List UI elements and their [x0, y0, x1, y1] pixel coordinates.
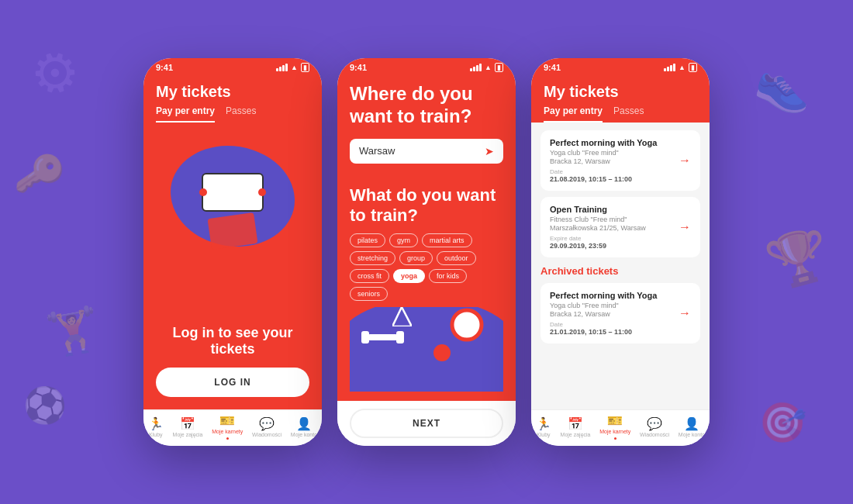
tag-martial-arts[interactable]: martial arts — [422, 233, 472, 247]
location-arrow-icon: ➤ — [485, 145, 494, 157]
tag-group[interactable]: group — [399, 251, 433, 265]
tab-pay-per-entry-1[interactable]: Pay per entry — [156, 105, 215, 123]
tag-seniors[interactable]: seniors — [350, 287, 388, 301]
nav-icon-wiadomosci-1: 💬 — [259, 418, 275, 430]
phone2-illustration — [350, 307, 503, 392]
tag-for-kids[interactable]: for kids — [429, 269, 467, 283]
ticket-shape — [202, 173, 264, 212]
phone1-tabs: Pay per entry Passes — [156, 105, 309, 123]
nav-kluby-1[interactable]: 🏃 Kluby — [148, 418, 164, 437]
nav-icon-karnety-1: 🎫 — [219, 415, 235, 427]
status-bar-3: 9:41 ▲ ▮ — [531, 58, 710, 75]
nav-karnety-1[interactable]: 🎫 Moje karnety — [212, 415, 243, 440]
nav-label-kluby-3: Kluby — [537, 432, 551, 437]
tag-yoga[interactable]: yoga — [393, 269, 425, 283]
login-prompt: Log in to see your tickets — [156, 325, 309, 358]
tag-cross-fit[interactable]: cross fit — [350, 269, 389, 283]
tag-stretching[interactable]: stretching — [350, 251, 395, 265]
nav-icon-karnety-3: 🎫 — [607, 415, 623, 427]
tab-passes-3[interactable]: Passes — [613, 105, 644, 123]
status-icons-3: ▲ ▮ — [664, 63, 697, 72]
nav-wiadomosci-3[interactable]: 💬 Wiadomości — [640, 418, 669, 437]
status-icons-1: ▲ ▮ — [276, 63, 309, 72]
archived-ticket-card-1[interactable]: Perfect morning with Yoga Yoga club "Fre… — [540, 283, 700, 343]
tag-outdoor[interactable]: outdoor — [437, 251, 476, 265]
phone-3: 9:41 ▲ ▮ My tickets Pay per entry Passes — [531, 58, 710, 446]
dotted-rect — [208, 212, 258, 250]
archived-ticket-info-1: Perfect morning with Yoga Yoga club "Fre… — [550, 291, 672, 336]
nav-icon-konto-1: 👤 — [296, 418, 312, 430]
location-input[interactable]: Warsaw ➤ — [350, 139, 503, 164]
nav-icon-zajecia-1: 📅 — [180, 418, 195, 430]
archived-ticket-date-1: 21.01.2019, 10:15 – 11:00 — [550, 328, 672, 336]
phone1-title: My tickets — [156, 83, 309, 101]
archived-ticket-venue-1: Yoga club "Free mind" — [550, 302, 672, 309]
ticket-address-1: Bracka 12, Warsaw — [550, 157, 672, 165]
nav-dot-karnety-3 — [614, 437, 616, 440]
phone1-login-section: Log in to see your tickets LOG IN — [156, 325, 309, 397]
wifi-icon-1: ▲ — [291, 64, 298, 71]
nav-karnety-3[interactable]: 🎫 Moje karnety — [599, 415, 630, 440]
phone3-body: Perfect morning with Yoga Yoga club "Fre… — [531, 123, 710, 409]
phone-2: 9:41 ▲ ▮ Where do you want to train? War… — [337, 58, 516, 446]
ring-icon — [450, 308, 484, 345]
tab-passes-1[interactable]: Passes — [226, 105, 256, 123]
tag-pilates[interactable]: pilates — [350, 233, 385, 247]
where-title: Where do you want to train? — [350, 83, 503, 128]
phone1-header: My tickets Pay per entry Passes — [143, 75, 322, 123]
tab-pay-per-entry-3[interactable]: Pay per entry — [544, 105, 603, 123]
ticket-expire-label: Expire date — [550, 235, 672, 242]
status-bar-1: 9:41 ▲ ▮ — [143, 58, 322, 75]
nav-label-konto-1: Moje konto — [291, 432, 317, 437]
battery-icon-3: ▮ — [689, 63, 697, 72]
nav-konto-1[interactable]: 👤 Moje konto — [291, 418, 317, 437]
phone3-bottom-nav: 🏃 Kluby 📅 Moje zajęcia 🎫 Moje karnety 💬 … — [531, 409, 710, 446]
nav-icon-kluby-1: 🏃 — [148, 418, 164, 430]
nav-wiadomosci-1[interactable]: 💬 Wiadomości — [252, 418, 281, 437]
signal-bars-3 — [664, 64, 675, 71]
triangle-icon — [392, 307, 412, 330]
phone1-illustration — [163, 130, 302, 285]
ticket-date-1: 21.08.2019, 10:15 – 11:00 — [550, 175, 672, 183]
nav-icon-kluby-3: 🏃 — [536, 418, 551, 430]
archived-ticket-arrow-1: → — [679, 306, 691, 320]
phone2-footer: NEXT — [337, 401, 516, 446]
nav-konto-3[interactable]: 👤 Moje konto — [679, 418, 705, 437]
status-time-1: 9:41 — [156, 63, 173, 72]
ticket-date-2: 29.09.2019, 23:59 — [550, 242, 672, 250]
phone2-header: Where do you want to train? Warsaw ➤ — [337, 75, 516, 176]
nav-kluby-3[interactable]: 🏃 Kluby — [536, 418, 551, 437]
phone-1: 9:41 ▲ ▮ My tickets Pay per entry Passes — [143, 58, 322, 446]
archived-date-label-1: Date — [550, 321, 672, 328]
what-title: What do you want to train? — [350, 185, 503, 226]
phone1-bottom-nav: 🏃 Kluby 📅 Moje zajęcia 🎫 Moje karnety 💬 … — [143, 409, 322, 446]
ticket-card-2[interactable]: Open Training Fitness Club "Free mind" M… — [540, 197, 700, 257]
svg-point-3 — [452, 310, 482, 340]
nav-label-zajecia-3: Moje zajęcia — [561, 432, 591, 437]
ticket-name-2: Open Training — [550, 205, 672, 214]
svg-rect-0 — [368, 334, 398, 340]
ticket-address-2: Marszałkowska 21/25, Warsaw — [550, 224, 672, 232]
phone3-header: My tickets Pay per entry Passes — [531, 75, 710, 123]
archived-title: Archived tickets — [540, 265, 700, 277]
nav-label-zajecia-1: Moje zajęcia — [173, 432, 203, 437]
battery-icon-1: ▮ — [301, 63, 309, 72]
ticket-venue-1: Yoga club "Free mind" — [550, 149, 672, 157]
phone1-body: Log in to see your tickets LOG IN — [143, 123, 322, 409]
status-time-3: 9:41 — [544, 63, 561, 72]
status-icons-2: ▲ ▮ — [470, 63, 503, 72]
login-button[interactable]: LOG IN — [156, 368, 309, 397]
tag-gym[interactable]: gym — [389, 233, 418, 247]
signal-bars-1 — [276, 64, 288, 71]
phone3-title: My tickets — [544, 83, 697, 101]
nav-zajecia-3[interactable]: 📅 Moje zajęcia — [561, 418, 591, 437]
next-button[interactable]: NEXT — [350, 409, 503, 438]
svg-rect-1 — [361, 331, 369, 343]
ticket-venue-2: Fitness Club "Free mind" — [550, 216, 672, 223]
nav-zajecia-1[interactable]: 📅 Moje zajęcia — [173, 418, 203, 437]
nav-label-karnety-1: Moje karnety — [212, 429, 243, 434]
ticket-card-1[interactable]: Perfect morning with Yoga Yoga club "Fre… — [540, 130, 700, 191]
wifi-icon-3: ▲ — [679, 64, 686, 71]
svg-point-4 — [433, 344, 451, 361]
nav-label-konto-3: Moje konto — [679, 432, 705, 437]
